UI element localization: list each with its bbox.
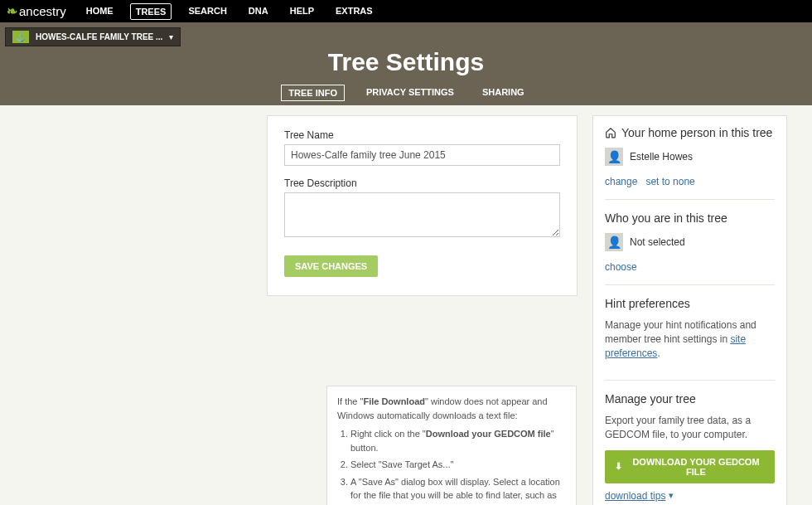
infobox-steps: Right click on the "Download your GEDCOM…: [350, 427, 566, 505]
download-tips-link[interactable]: download tips: [605, 490, 665, 502]
page-title: Tree Settings: [0, 48, 812, 76]
nav-trees[interactable]: TREES: [130, 3, 172, 20]
settings-sidebar: Your home person in this tree 👤 Estelle …: [592, 115, 787, 505]
home-person-heading: Your home person in this tree: [605, 126, 775, 139]
hint-prefs-text: Manage your hint notifications and membe…: [605, 318, 775, 360]
change-home-person-link[interactable]: change: [605, 176, 637, 187]
download-icon: ⬇: [615, 461, 622, 472]
tab-tree-info[interactable]: TREE INFO: [281, 85, 345, 101]
who-you-are-row: 👤 Not selected: [605, 233, 775, 251]
hint-prefs-heading: Hint preferences: [605, 297, 775, 310]
chevron-down-icon: ▾: [669, 490, 674, 501]
home-person-section: Your home person in this tree 👤 Estelle …: [605, 126, 775, 200]
hint-prefs-section: Hint preferences Manage your hint notifi…: [605, 297, 775, 381]
home-person-name: Estelle Howes: [630, 151, 693, 163]
brand-name: ancestry: [19, 4, 66, 18]
nav-items: HOME TREES SEARCH DNA HELP EXTRAS: [81, 3, 378, 20]
sub-header: ⚓ HOWES-CALFE FAMILY TREE ... ▾ Tree Set…: [0, 22, 812, 105]
tab-sharing[interactable]: SHARING: [476, 85, 531, 101]
hint-text-after: .: [657, 347, 660, 359]
tree-selector[interactable]: ⚓ HOWES-CALFE FAMILY TREE ... ▾: [5, 27, 181, 46]
who-you-are-heading: Who you are in this tree: [605, 211, 775, 225]
infobox-step-2: Select "Save Target As...": [350, 458, 566, 472]
manage-tree-heading: Manage your tree: [605, 392, 775, 405]
nav-extras[interactable]: EXTRAS: [331, 3, 378, 20]
home-person-links: change set to none: [605, 176, 775, 187]
settings-tabs: TREE INFO PRIVACY SETTINGS SHARING: [0, 85, 812, 101]
tree-icon: ⚓: [12, 31, 29, 43]
tree-info-form: Tree Name Tree Description SAVE CHANGES: [267, 115, 578, 296]
manage-tree-section: Manage your tree Export your family tree…: [605, 392, 775, 505]
avatar-icon: 👤: [605, 233, 623, 251]
home-icon: [605, 127, 616, 138]
tree-desc-textarea[interactable]: [284, 192, 560, 237]
nav-search[interactable]: SEARCH: [183, 3, 231, 20]
download-tips-row: download tips ▾: [605, 490, 775, 502]
infobox-intro: If the "File Download" window does not a…: [337, 395, 566, 422]
tree-selector-label: HOWES-CALFE FAMILY TREE ...: [36, 32, 162, 41]
logo[interactable]: ❧ancestry: [7, 3, 66, 19]
tab-privacy[interactable]: PRIVACY SETTINGS: [360, 85, 461, 101]
tree-name-input[interactable]: [284, 144, 560, 166]
manage-tree-text: Export your family tree data, as a GEDCO…: [605, 414, 775, 442]
tree-name-label: Tree Name: [284, 129, 560, 141]
infobox-step-3: A "Save As" dialog box will display. Sel…: [350, 475, 566, 506]
nav-dna[interactable]: DNA: [244, 3, 273, 20]
choose-link[interactable]: choose: [605, 261, 637, 273]
who-you-are-section: Who you are in this tree 👤 Not selected …: [605, 211, 775, 285]
save-changes-button[interactable]: SAVE CHANGES: [284, 255, 378, 277]
nav-help[interactable]: HELP: [285, 3, 319, 20]
download-gedcom-label: DOWNLOAD YOUR GEDCOM FILE: [627, 457, 765, 477]
download-tips-infobox: If the "File Download" window does not a…: [326, 386, 577, 505]
set-none-link[interactable]: set to none: [645, 176, 694, 187]
home-person-heading-text: Your home person in this tree: [621, 126, 772, 139]
chevron-down-icon: ▾: [169, 32, 173, 41]
top-nav: ❧ancestry HOME TREES SEARCH DNA HELP EXT…: [0, 0, 812, 22]
who-you-are-value: Not selected: [630, 236, 685, 248]
leaf-icon: ❧: [7, 3, 17, 19]
download-gedcom-button[interactable]: ⬇ DOWNLOAD YOUR GEDCOM FILE: [605, 450, 775, 483]
infobox-step-1: Right click on the "Download your GEDCOM…: [350, 427, 566, 454]
nav-home[interactable]: HOME: [81, 3, 118, 20]
avatar-icon: 👤: [605, 148, 623, 166]
tree-desc-label: Tree Description: [284, 177, 560, 189]
home-person-row: 👤 Estelle Howes: [605, 148, 775, 166]
